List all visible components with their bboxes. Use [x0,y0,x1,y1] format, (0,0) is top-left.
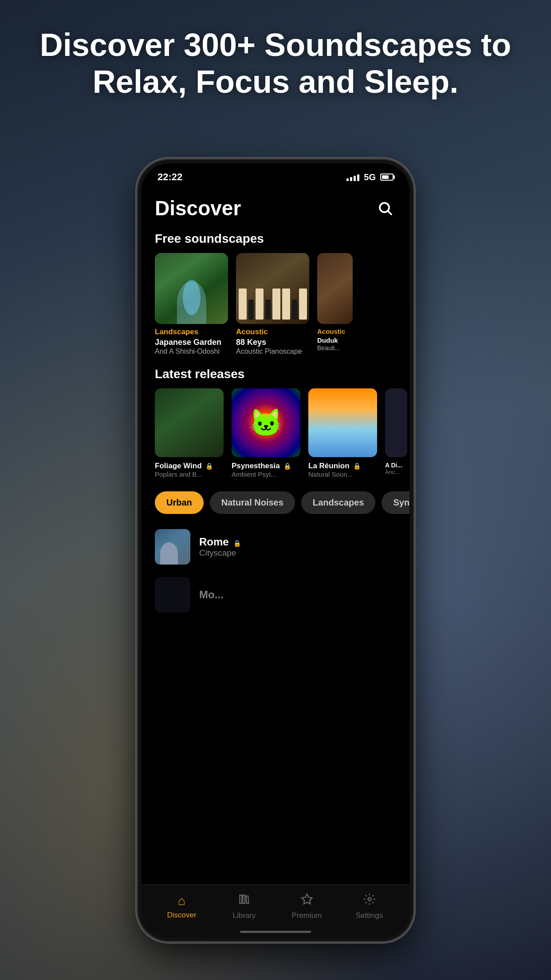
garden-category: Landscapes [155,328,228,336]
svg-rect-4 [246,896,248,904]
cat-image [232,388,300,457]
nav-library-label: Library [233,911,256,920]
search-icon [377,200,393,216]
phone-screen: 22:22 5G Discover [142,163,409,937]
chip-urban[interactable]: Urban [155,491,204,514]
svg-line-1 [388,211,392,215]
latest-card-psynesthesia[interactable]: Psynesthesia 🔒 Ambient Psyt... [232,388,300,478]
list-item-partial[interactable]: Mo... [142,571,409,619]
svg-point-0 [380,203,389,212]
filter-chips: Urban Natural Noises Landscapes Synt... [142,482,409,523]
svg-rect-3 [243,895,245,904]
free-soundscapes-section: Free soundscapes Landscapes Japanese Gar… [142,225,409,360]
garden-subtitle: And A Shishi-Odoshi [155,348,228,356]
nav-discover[interactable]: ⌂ Discover [150,894,213,920]
reunion-name: La Réunion 🔒 [308,462,377,470]
bottom-nav: ⌂ Discover Library [142,884,409,937]
foliage-subtitle: Poplars and B... [155,470,224,478]
lock-icon-3: 🔒 [353,462,361,470]
latest-card-4[interactable]: A Di... Anc... [385,388,407,478]
chip-natural[interactable]: Natural Noises [210,491,295,514]
duduk-category: Acoustic [317,328,353,335]
battery-fill [382,175,389,179]
signal-bars [346,173,359,181]
latest-releases-list: Foliage Wind 🔒 Poplars and B... Psynesth… [142,388,409,478]
latest-card-foliage[interactable]: Foliage Wind 🔒 Poplars and B... [155,388,224,478]
lock-icon-2: 🔒 [283,462,291,470]
rome-name: Rome 🔒 [199,536,241,548]
psynesthesia-name: Psynesthesia 🔒 [232,462,300,470]
page-header: Discover [142,187,409,225]
lock-icon: 🔒 [205,462,213,470]
battery-icon [380,174,394,181]
duduk-image [317,253,353,324]
rome-image [155,529,190,565]
nav-settings[interactable]: Settings [338,893,401,920]
dark4-subtitle: Anc... [385,469,407,475]
status-time: 22:22 [157,171,182,183]
scroll-content: Discover Free soundscapes [142,187,409,908]
garden-name: Japanese Garden [155,338,228,348]
partial-image [155,577,190,612]
free-section-title: Free soundscapes [142,232,409,253]
psynesthesia-subtitle: Ambient Psyt... [232,470,300,478]
piano-image [236,253,309,324]
free-card-garden[interactable]: Landscapes Japanese Garden And A Shishi-… [155,253,228,356]
nav-discover-label: Discover [167,911,196,920]
hero-text: Discover 300+ Soundscapes to Relax, Focu… [0,27,551,100]
foliage-name: Foliage Wind 🔒 [155,462,224,470]
foliage-image [155,388,224,457]
search-button[interactable] [374,197,396,219]
partial-name: Mo... [199,589,224,601]
latest-section-title: Latest releases [142,367,409,388]
free-card-duduk[interactable]: Acoustic Duduk Beauti... [317,253,353,356]
rome-subtitle: Cityscape [199,548,241,558]
latest-releases-section: Latest releases Foliage Wind 🔒 Poplars a… [142,360,409,482]
chip-landscapes[interactable]: Landscapes [301,491,376,514]
library-icon [238,893,251,909]
piano-subtitle: Acoustic Pianoscape [236,348,309,356]
svg-point-6 [368,898,371,901]
free-soundscapes-list: Landscapes Japanese Garden And A Shishi-… [142,253,409,356]
status-right: 5G [346,172,394,182]
nav-settings-label: Settings [356,911,383,920]
duduk-name: Duduk [317,336,353,344]
rome-lock-icon: 🔒 [233,540,241,547]
garden-image [155,253,228,324]
phone-frame: 22:22 5G Discover [138,160,413,941]
piano-category: Acoustic [236,328,309,336]
nav-premium[interactable]: Premium [276,893,338,920]
chip-synth[interactable]: Synt... [382,491,409,514]
home-indicator [240,931,311,933]
page-title: Discover [155,196,241,220]
svg-rect-2 [240,895,242,904]
nav-library[interactable]: Library [213,893,276,920]
status-bar: 22:22 5G [142,163,409,187]
reunion-subtitle: Natural Soun... [308,470,377,478]
discover-home-icon: ⌂ [178,894,185,908]
network-type: 5G [364,172,376,182]
settings-gear-icon [363,893,376,909]
premium-star-icon [301,893,313,909]
duduk-subtitle: Beauti... [317,344,353,352]
reunion-image [308,388,377,457]
svg-marker-5 [302,894,312,904]
piano-name: 88 Keys [236,338,309,348]
dark4-name: A Di... [385,462,407,469]
list-item-rome[interactable]: Rome 🔒 Cityscape [142,523,409,571]
nav-premium-label: Premium [291,911,322,920]
free-card-piano[interactable]: Acoustic 88 Keys Acoustic Pianoscape [236,253,309,356]
dark4-image [385,388,407,457]
latest-card-reunion[interactable]: La Réunion 🔒 Natural Soun... [308,388,377,478]
